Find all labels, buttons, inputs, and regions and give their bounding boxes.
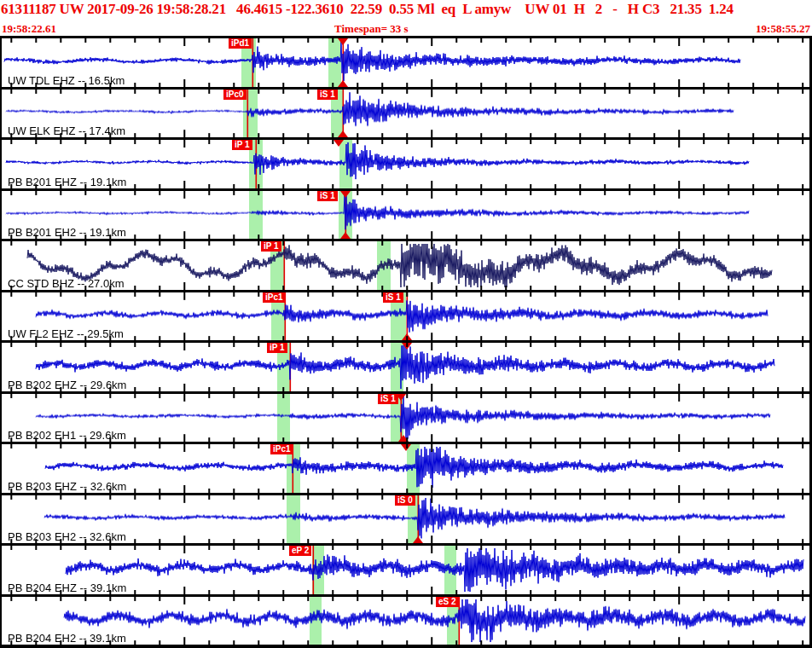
- trace-label: PB B201 EHZ -- 19.1km: [8, 176, 126, 188]
- trace-panel: iPc1PB B203 EHZ -- 32.6km: [2, 442, 809, 493]
- phase-pick-flag[interactable]: iP 1: [232, 140, 252, 150]
- seismogram-review-window: 61311187 UW 2017-09-26 19:58:28.21 46.46…: [0, 0, 812, 648]
- trace-panel: iPd1UW TDL EHZ -- 16.5km: [2, 36, 809, 87]
- trace-panels: iPd1UW TDL EHZ -- 16.5kmiPc0iS 1UW ELK E…: [0, 36, 812, 648]
- trace-label: UW TDL EHZ -- 16.5km: [8, 75, 125, 87]
- trace-label: PB B201 EH2 -- 19.1km: [8, 227, 126, 239]
- trace-panel: iS 1PB B202 EH1 -- 29.6km: [2, 391, 809, 443]
- trace-label: CC STD BHZ -- 27.0km: [8, 278, 125, 290]
- trace-panel: iS 0PB B203 EH2 -- 32.6km: [2, 493, 809, 544]
- time-axis-header: 19:58:22.61 Timespan= 33 s 19:58:55.27: [0, 20, 812, 36]
- trace-label: PB B202 EH1 -- 29.6km: [8, 430, 126, 442]
- phase-pick-flag[interactable]: iS 0: [395, 495, 415, 506]
- phase-pick-flag[interactable]: iS 1: [383, 292, 403, 303]
- phase-pick-flag[interactable]: iPd1: [229, 38, 252, 49]
- phase-pick-flag[interactable]: iP 1: [261, 241, 281, 252]
- event-summary-line: 61311187 UW 2017-09-26 19:58:28.21 46.46…: [1, 1, 812, 18]
- phase-pick-flag[interactable]: iS 1: [317, 90, 338, 100]
- trace-label: PB B204 EH2 -- 39.1km: [8, 633, 126, 645]
- window-end-time: 19:58:55.27: [756, 22, 810, 36]
- phase-pick-flag[interactable]: iP 1: [267, 343, 287, 353]
- window-start-time: 19:58:22.61: [2, 22, 56, 36]
- trace-label: PB B203 EH2 -- 32.6km: [8, 531, 126, 543]
- trace-panel: iS 1PB B201 EH2 -- 19.1km: [2, 188, 809, 240]
- trace-panel: iP 1PB B201 EHZ -- 19.1km: [2, 137, 809, 188]
- trace-label: UW ELK EHZ -- 17.4km: [8, 125, 125, 137]
- trace-label: UW FL2 EHZ -- 29.5km: [8, 328, 124, 340]
- phase-pick-flag[interactable]: iS 1: [317, 191, 338, 201]
- event-header: 61311187 UW 2017-09-26 19:58:28.21 46.46…: [0, 0, 812, 36]
- phase-pick-flag[interactable]: eP 2: [289, 546, 311, 556]
- phase-pick-flag[interactable]: iPc0: [223, 90, 246, 100]
- trace-label: PB B204 EHZ -- 39.1km: [8, 582, 126, 594]
- trace-label: PB B202 EHZ -- 29.6km: [8, 379, 126, 391]
- phase-pick-flag[interactable]: iPc1: [263, 292, 286, 303]
- timespan-label: Timespan= 33 s: [334, 22, 409, 36]
- trace-panel: iPc1iS 1UW FL2 EHZ -- 29.5km: [2, 290, 809, 341]
- trace-panel: iP 1CC STD BHZ -- 27.0km: [2, 239, 809, 290]
- trace-panel: eS 2PB B204 EH2 -- 39.1km: [2, 594, 809, 645]
- trace-panel: iP 1PB B202 EHZ -- 29.6km: [2, 340, 809, 391]
- trace-label: PB B203 EHZ -- 32.6km: [8, 481, 126, 493]
- phase-pick-flag[interactable]: iPc1: [270, 444, 293, 454]
- phase-pick-flag[interactable]: iS 1: [378, 394, 398, 404]
- trace-panel: eP 2PB B204 EHZ -- 39.1km: [2, 543, 809, 594]
- phase-pick-flag[interactable]: eS 2: [436, 597, 459, 607]
- trace-panel: iPc0iS 1UW ELK EHZ -- 17.4km: [2, 87, 809, 138]
